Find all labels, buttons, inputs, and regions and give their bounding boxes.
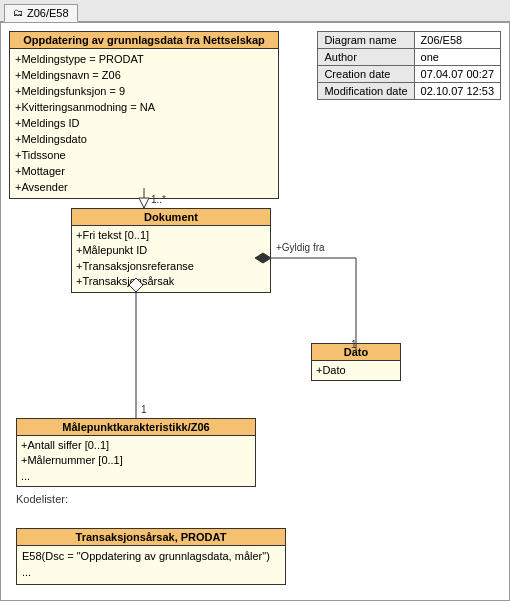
dato-attr-1: +Dato [316,363,396,378]
top-attr-2: +Meldingsnavn = Z06 [15,68,273,84]
malepunkt-class-body: +Antall siffer [0..1] +Målernummer [0..1… [17,436,255,486]
tab-icon: 🗂 [13,7,23,18]
info-value-author: one [414,49,500,66]
codelists-header: Transaksjonsårsak, PRODAT [17,529,285,546]
male-attr-3: ... [21,469,251,484]
malepunkt-class-header: Målepunktkarakteristikk/Z06 [17,419,255,436]
male-attr-1: +Antall siffer [0..1] [21,438,251,453]
code-line-1: E58(Dsc = "Oppdatering av grunnlagsdata,… [22,549,280,565]
dokument-class-body: +Fri tekst [0..1] +Målepunkt ID +Transak… [72,226,270,292]
codelists-body: E58(Dsc = "Oppdatering av grunnlagsdata,… [17,546,285,584]
dok-attr-1: +Fri tekst [0..1] [76,228,266,243]
info-value-modification: 02.10.07 12:53 [414,83,500,100]
tab-label: Z06/E58 [27,7,69,19]
tab-z06e58[interactable]: 🗂 Z06/E58 [4,4,78,22]
code-line-2: ... [22,565,280,581]
top-attr-9: +Avsender [15,180,273,196]
diagram-area: Diagram name Z06/E58 Author one Creation… [1,23,509,600]
top-attr-5: +Meldings ID [15,116,273,132]
top-class-box: Oppdatering av grunnlagsdata fra Nettsel… [9,31,279,199]
info-label-author: Author [318,49,414,66]
top-attr-7: +Tidssone [15,148,273,164]
multiplicity-male: 1 [141,404,147,415]
top-class-header: Oppdatering av grunnlagsdata fra Nettsel… [10,32,278,49]
gyldig-fra-label: +Gyldig fra [276,242,325,253]
info-label-creation: Creation date [318,66,414,83]
dato-class-body: +Dato [312,361,400,380]
dokument-class-header: Dokument [72,209,270,226]
dato-class-box: Dato +Dato [311,343,401,381]
codelists-label: Kodelister: [16,493,68,505]
main-content: Diagram name Z06/E58 Author one Creation… [0,22,510,601]
top-class-body: +Meldingstype = PRODAT +Meldingsnavn = Z… [10,49,278,198]
info-label-diagram: Diagram name [318,32,414,49]
dok-attr-3: +Transaksjonsreferanse [76,259,266,274]
info-value-diagram: Z06/E58 [414,32,500,49]
top-attr-1: +Meldingstype = PRODAT [15,52,273,68]
dok-attr-4: +Transaksjonsårsak [76,274,266,289]
top-attr-3: +Meldingsfunksjon = 9 [15,84,273,100]
tab-bar: 🗂 Z06/E58 [0,0,510,22]
info-table: Diagram name Z06/E58 Author one Creation… [317,31,501,100]
dato-class-header: Dato [312,344,400,361]
top-attr-8: +Mottager [15,164,273,180]
info-value-creation: 07.04.07 00:27 [414,66,500,83]
codelists-box: Transaksjonsårsak, PRODAT E58(Dsc = "Opp… [16,528,286,585]
info-label-modification: Modification date [318,83,414,100]
malepunkt-class-box: Målepunktkarakteristikk/Z06 +Antall siff… [16,418,256,487]
svg-marker-1 [139,198,149,208]
top-attr-6: +Meldingsdato [15,132,273,148]
dok-attr-2: +Målepunkt ID [76,243,266,258]
top-attr-4: +Kvitteringsanmodning = NA [15,100,273,116]
dokument-class-box: Dokument +Fri tekst [0..1] +Målepunkt ID… [71,208,271,293]
male-attr-2: +Målernummer [0..1] [21,453,251,468]
